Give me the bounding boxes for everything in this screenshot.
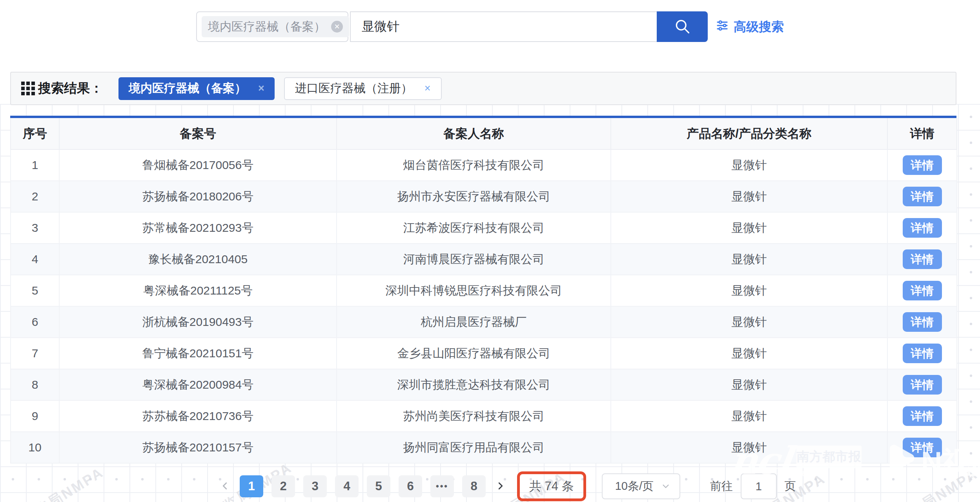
cell-registrant: 深圳中科博锐思医疗科技有限公司: [337, 275, 611, 306]
cell-registrant: 扬州同富医疗用品有限公司: [337, 432, 611, 463]
chip-close-icon[interactable]: ✕: [331, 21, 343, 33]
cell-registrant: 杭州启晨医疗器械厂: [337, 306, 611, 338]
cell-detail: 详情: [887, 212, 957, 244]
prev-page-button[interactable]: [214, 475, 236, 497]
table-row: 9 苏苏械备20210736号 苏州尚美医疗科技有限公司 显微针 详情: [11, 400, 957, 432]
detail-button[interactable]: 详情: [903, 187, 942, 206]
page-number-button[interactable]: 4: [335, 475, 359, 497]
cell-reg-no: 鲁宁械备20210151号: [59, 338, 337, 369]
column-header-registrant: 备案人名称: [337, 118, 611, 149]
page-number-button[interactable]: 1: [240, 475, 263, 497]
chevron-down-icon: [661, 481, 671, 491]
cell-product: 显微针: [611, 275, 887, 306]
search-category-select[interactable]: 境内医疗器械（备案） ✕: [196, 11, 348, 42]
search-input[interactable]: 显微针: [350, 11, 657, 42]
advanced-search-label: 高级搜索: [734, 18, 784, 36]
detail-button[interactable]: 详情: [903, 375, 942, 395]
cell-registrant: 深圳市揽胜意达科技有限公司: [337, 369, 611, 400]
cell-no: 10: [11, 432, 59, 463]
page-number-button[interactable]: 5: [367, 475, 390, 497]
search-button[interactable]: [657, 11, 708, 42]
table-row: 6 浙杭械备20190493号 杭州启晨医疗器械厂 显微针 详情: [11, 306, 957, 338]
more-pages-button[interactable]: •••: [430, 475, 454, 497]
column-header-no: 序号: [11, 118, 59, 149]
page-buttons: 1 2 3 4 5 6 ••• 8: [240, 475, 486, 497]
close-icon[interactable]: ×: [424, 82, 431, 95]
cell-registrant: 扬州市永安医疗器械有限公司: [337, 181, 611, 212]
cell-no: 1: [11, 149, 59, 181]
cell-no: 3: [11, 212, 59, 244]
detail-button[interactable]: 详情: [903, 344, 942, 363]
grid-icon: [21, 82, 35, 95]
detail-button[interactable]: 详情: [903, 218, 942, 238]
cell-no: 8: [11, 369, 59, 400]
cell-reg-no: 鲁烟械备20170056号: [59, 149, 337, 181]
cell-product: 显微针: [611, 369, 887, 400]
result-tab-domestic[interactable]: 境内医疗器械（备案） ×: [118, 77, 275, 100]
pagination: 1 2 3 4 5 6 ••• 8 共 74 条 10条/页 前往 页: [214, 471, 796, 502]
advanced-search-link[interactable]: 高级搜索: [716, 18, 784, 36]
cell-reg-no: 豫长械备20210405: [59, 244, 337, 275]
cell-no: 5: [11, 275, 59, 306]
results-bar: 搜索结果： 境内医疗器械（备案） × 进口医疗器械（注册） ×: [10, 72, 956, 105]
detail-button[interactable]: 详情: [903, 281, 942, 300]
detail-button[interactable]: 详情: [903, 155, 942, 175]
cell-product: 显微针: [611, 400, 887, 432]
cell-reg-no: 粤深械备20211125号: [59, 275, 337, 306]
cell-reg-no: 苏常械备20210293号: [59, 212, 337, 244]
cell-product: 显微针: [611, 306, 887, 338]
cell-reg-no: 粤深械备20200984号: [59, 369, 337, 400]
cell-registrant: 烟台茵倍医疗科技有限公司: [337, 149, 611, 181]
table-row: 10 苏扬械备20210157号 扬州同富医疗用品有限公司 显微针 详情: [11, 432, 957, 463]
total-count-annotation: 共 74 条: [517, 471, 586, 501]
detail-button[interactable]: 详情: [903, 406, 942, 426]
table-row: 7 鲁宁械备20210151号 金乡县山阳医疗器械有限公司 显微针 详情: [11, 338, 957, 369]
detail-button[interactable]: 详情: [903, 312, 942, 332]
table-header-row: 序号 备案号 备案人名称 产品名称/产品分类名称 详情: [11, 118, 957, 149]
column-header-detail: 详情: [887, 118, 957, 149]
goto-page-input[interactable]: [741, 473, 777, 499]
total-count-label: 共 74 条: [529, 478, 574, 495]
page-number-button[interactable]: 2: [271, 475, 295, 497]
goto-suffix: 页: [785, 478, 796, 494]
goto-page-group: 前往 页: [710, 473, 796, 499]
sliders-icon: [716, 19, 729, 35]
cell-detail: 详情: [887, 244, 957, 275]
search-icon: [674, 18, 691, 36]
cell-detail: 详情: [887, 306, 957, 338]
cell-detail: 详情: [887, 338, 957, 369]
cell-detail: 详情: [887, 149, 957, 181]
next-page-button[interactable]: [490, 475, 512, 497]
cell-detail: 详情: [887, 369, 957, 400]
cell-detail: 详情: [887, 432, 957, 463]
cell-reg-no: 苏苏械备20210736号: [59, 400, 337, 432]
detail-button[interactable]: 详情: [903, 438, 942, 457]
page-size-select[interactable]: 10条/页: [602, 473, 680, 499]
cell-no: 6: [11, 306, 59, 338]
table-row: 8 粤深械备20200984号 深圳市揽胜意达科技有限公司 显微针 详情: [11, 369, 957, 400]
chevron-left-icon: [219, 480, 231, 493]
table-row: 1 鲁烟械备20170056号 烟台茵倍医疗科技有限公司 显微针 详情: [11, 149, 957, 181]
table-row: 2 苏扬械备20180206号 扬州市永安医疗器械有限公司 显微针 详情: [11, 181, 957, 212]
cell-registrant: 苏州尚美医疗科技有限公司: [337, 400, 611, 432]
page-number-button[interactable]: 3: [303, 475, 327, 497]
cell-detail: 详情: [887, 275, 957, 306]
cell-no: 4: [11, 244, 59, 275]
cell-product: 显微针: [611, 432, 887, 463]
page-number-button[interactable]: 8: [462, 475, 486, 497]
chevron-right-icon: [495, 480, 506, 493]
page-number-button[interactable]: 6: [399, 475, 422, 497]
close-icon[interactable]: ×: [258, 82, 264, 95]
goto-label: 前往: [710, 478, 733, 494]
cell-detail: 详情: [887, 400, 957, 432]
column-header-product: 产品名称/产品分类名称: [611, 118, 887, 149]
detail-button[interactable]: 详情: [903, 249, 942, 269]
result-tab-imported[interactable]: 进口医疗器械（注册） ×: [284, 77, 442, 100]
cell-product: 显微针: [611, 181, 887, 212]
column-header-reg-no: 备案号: [59, 118, 337, 149]
cell-reg-no: 浙杭械备20190493号: [59, 306, 337, 338]
cell-registrant: 河南博晨医疗器械有限公司: [337, 244, 611, 275]
table-body: 1 鲁烟械备20170056号 烟台茵倍医疗科技有限公司 显微针 详情 2 苏扬…: [11, 149, 957, 463]
search-query-text: 显微针: [362, 18, 399, 35]
cell-product: 显微针: [611, 244, 887, 275]
